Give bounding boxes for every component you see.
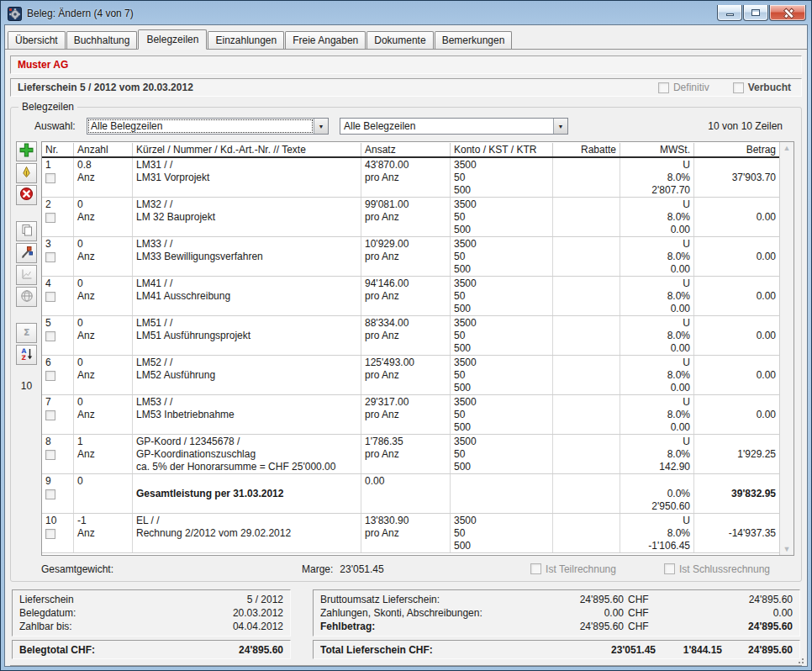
- cell-mwst-line: -1'106.45: [624, 540, 690, 552]
- cell-konto: 350050500: [451, 277, 553, 315]
- sort-button[interactable]: AZ: [16, 345, 37, 365]
- filter1-combobox[interactable]: Alle Belegzeilen ▼: [87, 118, 329, 135]
- table-row[interactable]: 10.8AnzLM31 / /LM31 Vorprojekt43'870.00p…: [42, 158, 779, 198]
- tab-belegzeilen[interactable]: Belegzeilen: [138, 29, 207, 50]
- cell-betrag: 0.00: [694, 316, 779, 355]
- cell-rabatte-line: [556, 436, 616, 448]
- row-checkbox[interactable]: [45, 529, 55, 539]
- row-checkbox[interactable]: [45, 292, 55, 302]
- cell-mwst: U8.0%142.90: [620, 435, 694, 473]
- row-checkbox[interactable]: [45, 450, 55, 460]
- cell-anzahl-line: 1: [77, 436, 129, 448]
- column-header-mwst[interactable]: MWSt.: [620, 143, 694, 156]
- row-checkbox[interactable]: [45, 489, 55, 499]
- cell-ansatz: 1'786.35pro Anz: [361, 435, 451, 473]
- table-row[interactable]: 50AnzLM51 / /LM51 Ausführungsprojekt88'3…: [42, 316, 779, 356]
- resize-grip[interactable]: [795, 655, 804, 664]
- cell-ansatz: 13'830.90pro Anz: [361, 514, 451, 552]
- cell-betrag-line: [698, 357, 776, 369]
- cell-konto-line: 3500: [454, 515, 549, 527]
- summary-label: Zahlungen, Skonti, Abschreibungen:: [320, 606, 548, 620]
- cell-mwst-line: 0.00: [624, 421, 690, 434]
- table-row[interactable]: 60AnzLM52 / /LM52 Ausführung125'493.00pr…: [42, 356, 779, 395]
- tab-freie-angaben[interactable]: Freie Angaben: [285, 31, 366, 49]
- close-icon: [783, 8, 792, 17]
- marge-label: Marge:: [302, 563, 333, 575]
- tab-ubersicht[interactable]: Übersicht: [8, 31, 66, 49]
- row-number: 3: [45, 238, 70, 251]
- edit-row-button[interactable]: [16, 163, 37, 183]
- row-checkbox[interactable]: [45, 410, 55, 420]
- column-header-betrag[interactable]: Betrag: [694, 143, 779, 156]
- close-button[interactable]: [769, 5, 806, 21]
- chevron-down-icon[interactable]: ▼: [314, 119, 328, 134]
- cell-konto-line: 50: [454, 330, 549, 342]
- cell-kuerzel-line: LM53 / /: [136, 396, 357, 409]
- filter2-combobox[interactable]: Alle Belegzeilen ▼: [340, 118, 568, 135]
- tab-dokumente[interactable]: Dokumente: [366, 31, 433, 49]
- svg-text:Z: Z: [21, 354, 26, 361]
- cell-kuerzel-line: [136, 540, 357, 552]
- cell-kuerzel-line: LM32 / /: [136, 198, 357, 211]
- column-header-rabatte[interactable]: Rabatte: [553, 143, 620, 156]
- table-scrollbar[interactable]: ▲ ▼: [779, 142, 794, 555]
- minimize-button[interactable]: [717, 5, 742, 21]
- row-checkbox[interactable]: [45, 371, 55, 381]
- checkbox-verbucht[interactable]: [733, 82, 744, 93]
- column-header-anzahl[interactable]: Anzahl: [74, 143, 133, 156]
- delete-icon: [19, 187, 34, 203]
- cell-mwst: U8.0%0.00: [620, 237, 694, 276]
- cell-rabatte: [553, 514, 620, 552]
- add-row-button[interactable]: [16, 141, 37, 161]
- summary-label: Bruttoumsatz Lieferschein:: [320, 593, 548, 606]
- checkbox-ist-teilrechnung[interactable]: [530, 563, 541, 574]
- cell-konto-line: 500: [454, 303, 549, 315]
- cell-anzahl-line: 0.8: [77, 159, 129, 172]
- row-checkbox[interactable]: [45, 213, 55, 223]
- cell-mwst-line: 8.0%: [624, 330, 690, 342]
- cell-mwst-line: 142.90: [624, 461, 690, 473]
- tab-einzahlungen[interactable]: Einzahlungen: [208, 31, 284, 49]
- scroll-down-icon[interactable]: ▼: [783, 545, 791, 553]
- column-header-konto[interactable]: Konto / KST / KTR: [451, 143, 553, 156]
- checkbox-definitiv[interactable]: [658, 82, 669, 93]
- tab-buchhaltung[interactable]: Buchhaltung: [66, 31, 138, 49]
- cell-kuerzel: EL / /Rechnung 2/2012 vom 29.02.2012: [133, 514, 361, 552]
- cell-anzahl-line: Anz: [77, 369, 129, 382]
- table-row[interactable]: 81AnzGP-Koord / 12345678 /GP-Koordinatio…: [42, 435, 779, 474]
- cell-konto-line: [454, 475, 549, 488]
- table-row[interactable]: 70AnzLM53 / /LM53 Inbetriebnahme29'317.0…: [42, 395, 779, 435]
- chevron-down-icon[interactable]: ▼: [553, 119, 567, 134]
- row-checkbox[interactable]: [45, 252, 55, 262]
- copy-row-button[interactable]: [16, 221, 37, 241]
- chart-button: [16, 265, 37, 285]
- maximize-button[interactable]: [743, 5, 768, 21]
- document-info-box: Lieferschein5 / 2012Belegdatum:20.03.201…: [12, 589, 291, 637]
- column-header-kurzel[interactable]: Kürzel / Nummer / Kd.-Art.-Nr. // Texte: [133, 143, 361, 156]
- table-row[interactable]: 30AnzLM33 / /LM33 Bewilligungsverfahren1…: [42, 237, 779, 277]
- cell-ansatz-line: 29'317.00: [365, 396, 446, 409]
- table-row[interactable]: 10-1AnzEL / /Rechnung 2/2012 vom 29.02.2…: [42, 514, 779, 553]
- cell-kuerzel-line: [136, 342, 357, 355]
- cell-ansatz-line: 125'493.00: [365, 357, 446, 369]
- checkbox-ist-schlussrechnung[interactable]: [664, 563, 675, 574]
- globe-button[interactable]: [16, 287, 37, 307]
- cell-kuerzel: LM33 / /LM33 Bewilligungsverfahren: [133, 237, 361, 276]
- table-row[interactable]: 90Gesamtleistung per 31.03.20120.000.0%2…: [42, 474, 779, 514]
- table-row[interactable]: 20AnzLM32 / /LM 32 Bauprojekt99'081.00pr…: [42, 198, 779, 237]
- row-checkbox[interactable]: [45, 173, 55, 183]
- column-header-nr[interactable]: Nr.: [42, 143, 74, 156]
- column-header-ansatz[interactable]: Ansatz: [361, 143, 451, 156]
- tab-bemerkungen[interactable]: Bemerkungen: [435, 31, 513, 49]
- globe-icon: [20, 289, 34, 305]
- row-checkbox[interactable]: [45, 331, 55, 341]
- cell-ansatz-line: pro Anz: [365, 527, 446, 540]
- cell-konto-line: 3500: [454, 436, 549, 448]
- cell-anzahl-line: 0: [77, 198, 129, 211]
- edit-position-button[interactable]: [16, 243, 37, 263]
- scroll-up-icon[interactable]: ▲: [783, 144, 791, 152]
- summary-row-belegdatum: Belegdatum:20.03.2012: [19, 606, 283, 620]
- table-row[interactable]: 40AnzLM41 / /LM41 Ausschreibung94'146.00…: [42, 277, 779, 316]
- delete-row-button[interactable]: [16, 185, 37, 205]
- cell-kuerzel-line: LM51 / /: [136, 317, 357, 330]
